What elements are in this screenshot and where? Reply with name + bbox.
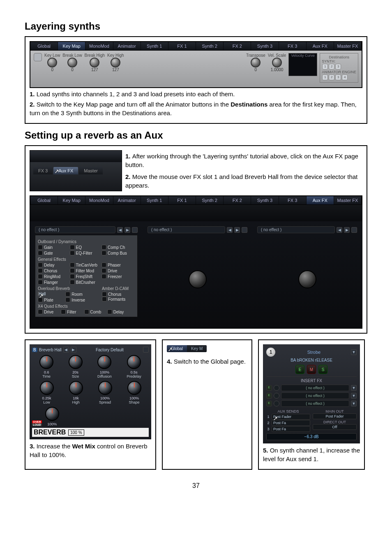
tab2-global[interactable]: Global (30, 196, 58, 204)
power-icon[interactable] (274, 401, 279, 406)
menu-icon[interactable] (143, 347, 149, 353)
fx-breverb-room[interactable]: Room (65, 292, 92, 297)
fx-amber-formants[interactable]: Formants (102, 297, 135, 302)
knob-vel-scale[interactable]: Vel. Scale1.0000 (268, 53, 286, 72)
tab-synth1[interactable]: Synth 1 (141, 42, 168, 50)
prev-icon[interactable]: ◀ (337, 227, 342, 233)
edit-icon[interactable]: E (266, 401, 272, 406)
prev-icon[interactable]: ◀ (117, 227, 123, 233)
fx-eq[interactable]: EQ (70, 245, 101, 250)
fx-tincan[interactable]: TinCanVerb (70, 262, 101, 267)
dest-anim-1[interactable]: 1 (322, 74, 328, 80)
tab-masterfx[interactable]: Master FX (334, 42, 362, 50)
dest-anim-3[interactable]: 3 (335, 74, 341, 80)
chevron-down-icon[interactable]: ▼ (351, 349, 357, 355)
fx-compbus[interactable]: Comp Bus (101, 251, 133, 255)
mute-button[interactable]: M (307, 365, 316, 374)
master-tab[interactable]: Master (79, 167, 103, 174)
aux-send-3[interactable]: 3Post Fa (266, 426, 310, 432)
fx-bitcrusher[interactable]: BitCrusher (70, 280, 101, 285)
next-icon[interactable]: ▶ (125, 227, 130, 233)
tab-auxfx[interactable]: Aux FX (307, 42, 334, 50)
knob-high[interactable]: 18kHigh (69, 381, 83, 404)
tab-synth3[interactable]: Synth 3 (251, 42, 279, 50)
main-out-mode[interactable]: Post Fader (313, 413, 357, 419)
tab2-synth2[interactable]: Synth 2 (196, 196, 224, 204)
fx-x4-comb[interactable]: Comb (84, 309, 106, 314)
tab2-masterfx[interactable]: Master FX (334, 196, 362, 204)
fx-ringmod[interactable]: RingMod (38, 274, 69, 279)
aux-send-1[interactable]: 1Post Fader (266, 414, 310, 420)
fx-freqshift[interactable]: FreqShift (70, 274, 101, 279)
knob-break-high[interactable]: Break High127 (85, 53, 105, 72)
preset-name[interactable]: Factory Default (78, 348, 141, 352)
prev-icon[interactable]: ◀ (227, 227, 233, 233)
fx-x4-delay[interactable]: Delay (107, 309, 129, 314)
fx-gate[interactable]: Gate (38, 251, 69, 255)
chevron-down-icon[interactable]: ▼ (351, 401, 357, 406)
tab2-auxfx[interactable]: Aux FX (307, 196, 334, 204)
menu-icon[interactable] (351, 227, 357, 233)
dest-synth-2[interactable]: 2 (329, 64, 334, 70)
preset-name[interactable]: BA bROKEN rELEASE (266, 358, 357, 362)
tab2-fx3[interactable]: FX 3 (279, 196, 307, 204)
fx-filtermod[interactable]: Filter Mod (70, 268, 101, 273)
fx3-tab[interactable]: FX 3 (33, 167, 53, 174)
insert-slot-2[interactable]: E( no effect )▼ (266, 392, 357, 399)
dest-anim-2[interactable]: 2 (329, 74, 334, 80)
direct-out-mode[interactable]: Off (313, 424, 357, 430)
fx-x4-drive[interactable]: Drive (38, 309, 60, 314)
knob-shape[interactable]: 100%Shape (127, 381, 141, 404)
fx-slot-1[interactable]: ( no effect ) ◀ ▶ Outboard / Dynamics Ga… (35, 226, 138, 323)
fx-breverb-inverse[interactable]: Inverse (65, 297, 92, 302)
next-icon[interactable]: ▶ (234, 227, 240, 233)
fx-breverb-hall[interactable]: Hall (38, 292, 65, 297)
knob-key-high[interactable]: Key High127 (107, 53, 124, 72)
tab2-keymap[interactable]: Key Map (58, 196, 85, 204)
tab-animator[interactable]: Animator (113, 42, 141, 50)
mini-tab-global[interactable]: Global (167, 345, 187, 352)
fx-gain[interactable]: Gain (38, 245, 69, 250)
knob-wetmix[interactable]: 100% (45, 407, 59, 426)
tab-global[interactable]: Global (30, 42, 58, 50)
tab-keymap[interactable]: Key Map (58, 42, 85, 50)
auxfx-tab[interactable]: Aux FX (53, 167, 78, 174)
next-icon[interactable]: ▶ (344, 227, 350, 233)
fx-slot-2[interactable]: ( no effect ) ◀ ▶ (148, 226, 247, 323)
tab2-monomod[interactable]: MonoMod (85, 196, 113, 204)
prev-icon[interactable]: ◀ (63, 347, 69, 353)
fx-drive[interactable]: Drive (101, 268, 133, 273)
insert-slot-3[interactable]: E( no effect )▼ (266, 400, 357, 407)
power-icon[interactable] (274, 385, 279, 391)
knob-break-low[interactable]: Break Low0 (62, 53, 82, 72)
mini-tab-keymap[interactable]: Key M (187, 345, 207, 352)
power-icon[interactable] (34, 53, 42, 61)
chevron-down-icon[interactable]: ▼ (351, 385, 357, 391)
fx-eqfilter[interactable]: EQ-Filter (70, 251, 101, 255)
solo-button[interactable]: S (318, 365, 327, 374)
fx-freezer[interactable]: Freezer (101, 274, 133, 279)
slot2-knob[interactable] (189, 270, 207, 288)
velocity-curve-box[interactable]: Velocity Curve (288, 53, 317, 76)
bypass-icon[interactable]: B (32, 348, 37, 352)
tab-fx2[interactable]: FX 2 (224, 42, 251, 50)
knob-transpose[interactable]: Transpose0 (246, 53, 265, 72)
tab2-animator[interactable]: Animator (113, 196, 141, 204)
power-icon[interactable] (274, 393, 279, 399)
insert-slot-1[interactable]: E( no effect )▼ (266, 385, 357, 391)
menu-icon[interactable] (242, 227, 247, 233)
tab2-fx1[interactable]: FX 1 (168, 196, 196, 204)
tab-fx3[interactable]: FX 3 (279, 42, 307, 50)
edit-icon[interactable]: E (266, 393, 272, 399)
knob-key-low[interactable]: Key Low0 (44, 53, 60, 72)
knob-size[interactable]: 20sSize (69, 355, 83, 378)
fx-chorus[interactable]: Chorus (38, 268, 69, 273)
tab2-fx2[interactable]: FX 2 (224, 196, 251, 204)
knob-diffusion[interactable]: 100%Diffusion (97, 355, 112, 378)
knob-time[interactable]: 0.6Time (39, 355, 53, 378)
tab-synth2[interactable]: Synth 2 (196, 42, 224, 50)
tab2-synth3[interactable]: Synth 3 (251, 196, 279, 204)
tab2-synth1[interactable]: Synth 1 (141, 196, 168, 204)
fx-compch[interactable]: Comp Ch (101, 245, 133, 250)
fx-amber-chorus[interactable]: Chorus (102, 292, 135, 297)
